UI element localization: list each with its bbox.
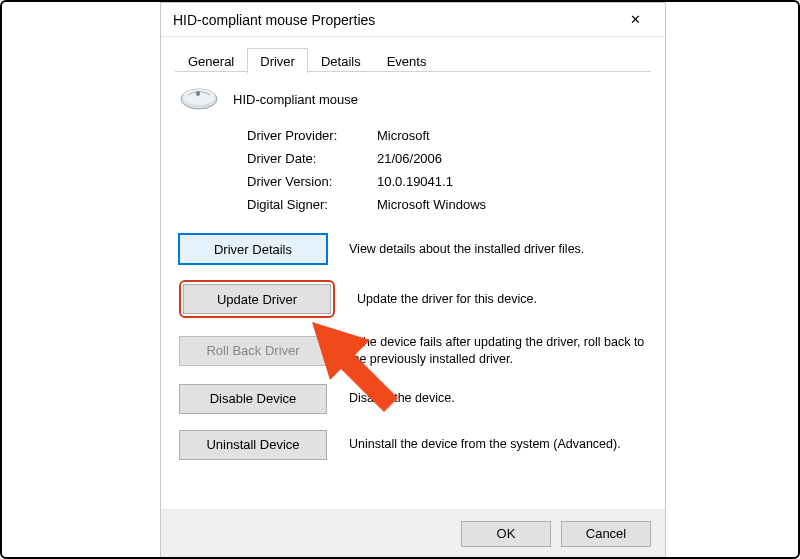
- tab-general[interactable]: General: [175, 48, 247, 73]
- info-row-provider: Driver Provider: Microsoft: [247, 128, 647, 143]
- row-driver-details: Driver Details View details about the in…: [179, 234, 647, 264]
- uninstall-device-button[interactable]: Uninstall Device: [179, 430, 327, 460]
- tab-strip: General Driver Details Events: [161, 37, 665, 72]
- cancel-button[interactable]: Cancel: [561, 521, 651, 547]
- disable-device-button[interactable]: Disable Device: [179, 384, 327, 414]
- info-row-date: Driver Date: 21/06/2006: [247, 151, 647, 166]
- update-driver-desc: Update the driver for this device.: [357, 291, 647, 308]
- tab-body-driver: HID-compliant mouse Driver Provider: Mic…: [161, 72, 665, 509]
- mouse-icon: [179, 86, 219, 112]
- driver-details-desc: View details about the installed driver …: [349, 241, 647, 258]
- annotation-highlight: Update Driver: [179, 280, 335, 318]
- close-icon: ✕: [630, 12, 641, 27]
- window-title: HID-compliant mouse Properties: [173, 12, 615, 28]
- titlebar: HID-compliant mouse Properties ✕: [161, 3, 665, 37]
- uninstall-device-desc: Uninstall the device from the system (Ad…: [349, 436, 647, 453]
- info-row-version: Driver Version: 10.0.19041.1: [247, 174, 647, 189]
- tab-details[interactable]: Details: [308, 48, 374, 73]
- info-label: Digital Signer:: [247, 197, 377, 212]
- info-value: 10.0.19041.1: [377, 174, 453, 189]
- info-label: Driver Version:: [247, 174, 377, 189]
- driver-info: Driver Provider: Microsoft Driver Date: …: [247, 128, 647, 212]
- ok-button[interactable]: OK: [461, 521, 551, 547]
- update-driver-button[interactable]: Update Driver: [183, 284, 331, 314]
- tab-events[interactable]: Events: [374, 48, 440, 73]
- tab-driver[interactable]: Driver: [247, 48, 308, 73]
- info-label: Driver Provider:: [247, 128, 377, 143]
- row-rollback-driver: Roll Back Driver If the device fails aft…: [179, 334, 647, 368]
- rollback-driver-button: Roll Back Driver: [179, 336, 327, 366]
- info-value: Microsoft Windows: [377, 197, 486, 212]
- rollback-driver-desc: If the device fails after updating the d…: [349, 334, 647, 368]
- device-name: HID-compliant mouse: [233, 92, 358, 107]
- tab-label: Events: [387, 54, 427, 69]
- driver-details-button[interactable]: Driver Details: [179, 234, 327, 264]
- close-button[interactable]: ✕: [615, 6, 655, 34]
- dialog-footer: OK Cancel: [161, 509, 665, 557]
- tab-label: Details: [321, 54, 361, 69]
- tab-label: Driver: [260, 54, 295, 69]
- info-label: Driver Date:: [247, 151, 377, 166]
- disable-device-desc: Disable the device.: [349, 390, 647, 407]
- tab-label: General: [188, 54, 234, 69]
- properties-dialog: HID-compliant mouse Properties ✕ General…: [160, 2, 666, 558]
- device-header: HID-compliant mouse: [179, 86, 647, 112]
- row-disable-device: Disable Device Disable the device.: [179, 384, 647, 414]
- info-row-signer: Digital Signer: Microsoft Windows: [247, 197, 647, 212]
- info-value: Microsoft: [377, 128, 430, 143]
- info-value: 21/06/2006: [377, 151, 442, 166]
- row-uninstall-device: Uninstall Device Uninstall the device fr…: [179, 430, 647, 460]
- svg-rect-2: [196, 91, 200, 96]
- row-update-driver: Update Driver Update the driver for this…: [179, 280, 647, 318]
